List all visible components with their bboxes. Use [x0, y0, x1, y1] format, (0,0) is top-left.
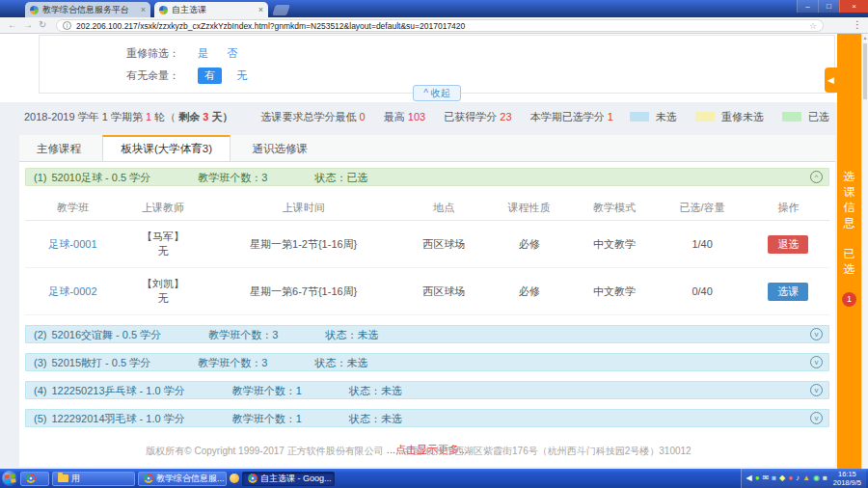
start-button[interactable]	[1, 470, 18, 487]
col-place: 地点	[401, 196, 486, 221]
class-name-link[interactable]: 足球-0002	[48, 285, 96, 297]
window-restore-button[interactable]: □	[818, 0, 839, 13]
select-course-button[interactable]: 选课	[768, 283, 808, 301]
filter-option-yes[interactable]: 是	[198, 47, 208, 59]
back-icon[interactable]: ←	[8, 19, 17, 30]
class-count-value: 3	[261, 357, 267, 368]
col-class: 教学班	[25, 196, 121, 221]
class-name-link[interactable]: 足球-0001	[48, 238, 96, 250]
course-group-badminton[interactable]: (5)122292014羽毛球 - 1.0 学分 教学班个数：1 状态：未选 v	[25, 409, 829, 427]
class-count-value: 1	[296, 385, 302, 396]
chevron-down-icon[interactable]: v	[810, 412, 823, 424]
capacity-value: 0/40	[657, 268, 747, 315]
status-value: 未选	[357, 329, 378, 340]
favicon-icon	[159, 6, 168, 14]
tray-icon[interactable]: ■	[823, 474, 827, 483]
browser-toolbar: ← → ↻ i 202.206.100.217/xsxk/zzxkyzb_cxZ…	[0, 17, 868, 34]
course-group-dance[interactable]: (2)52016交谊舞 - 0.5 学分 教学班个数：3 状态：未选 v	[25, 325, 829, 343]
expand-panel-arrow-icon[interactable]: ◀	[825, 68, 837, 93]
status-value: 未选	[381, 385, 402, 396]
quick-launch-browser-button[interactable]	[20, 472, 49, 486]
filter-row-retake: 重修筛选： 是 否	[126, 46, 237, 61]
selected-courses-link[interactable]: 已选	[843, 246, 855, 277]
page-info-icon[interactable]: i	[63, 21, 71, 30]
tray-icon[interactable]: ■	[772, 474, 776, 483]
course-list: (1)52010足球 - 0.5 学分 教学班个数：3 状态：已选 ^ 教学班 …	[19, 162, 835, 467]
col-time: 上课时间	[205, 196, 401, 221]
chevron-up-icon[interactable]: ^	[810, 171, 823, 183]
tray-icon[interactable]: ▲	[802, 474, 810, 483]
filter-label: 重修筛选：	[126, 47, 179, 59]
tray-icon[interactable]: ♪	[796, 474, 800, 483]
filter-option-no-capacity[interactable]: 无	[236, 69, 247, 81]
credit-min-value: 0	[360, 111, 366, 122]
browser-tab-portal[interactable]: 教学综合信息服务平台 ×	[25, 2, 150, 17]
address-bar[interactable]: i 202.206.100.217/xsxk/zzxkyzb_cxZzxkYzb…	[56, 19, 824, 32]
tray-icon[interactable]: ●	[755, 474, 760, 483]
legend-item: 重修未选	[695, 111, 767, 122]
tab-general-electives[interactable]: 通识选修课	[234, 136, 325, 162]
course-nature: 必修	[486, 221, 571, 268]
tab-major-courses[interactable]: 主修课程	[19, 136, 98, 162]
credit-min-label: 选课要求总学分最低	[261, 111, 357, 122]
tab-block-courses-pe[interactable]: 板块课(大学体育3)	[102, 135, 231, 161]
taskbar-course-selection-button[interactable]: 自主选课 - Goog...	[242, 472, 335, 486]
window-controls: – □ ×	[797, 0, 868, 13]
legend-swatch-unselected	[630, 112, 649, 122]
class-count-value: 1	[296, 413, 302, 424]
remaining-suffix: 天）	[211, 111, 232, 122]
filter-option-no[interactable]: 否	[227, 47, 237, 59]
taskbar-portal-button[interactable]: 教学综合信息服...	[138, 472, 227, 486]
filter-option-has-capacity[interactable]: 有	[198, 68, 222, 84]
remaining-days: 3	[203, 111, 208, 122]
copyright-footer: 版权所有© Copyright 1999-2017 正方软件股份有限公司 中国·…	[0, 445, 837, 458]
course-group-football[interactable]: (1)52010足球 - 0.5 学分 教学班个数：3 状态：已选 ^	[25, 168, 829, 186]
browser-titlebar: 教学综合信息服务平台 × 自主选课 × – □ ×	[0, 0, 868, 17]
refresh-icon[interactable]: ↻	[39, 19, 46, 30]
teacher-name: 【刘凯】	[142, 278, 184, 289]
scrollbar-up-arrow-icon[interactable]: ▲	[862, 34, 868, 41]
col-capacity: 已选/容量	[657, 196, 747, 221]
bookmark-star-icon[interactable]: ☆	[809, 21, 817, 31]
collapse-filters-button[interactable]: ^ 收起	[413, 85, 461, 101]
tab-close-icon[interactable]: ×	[137, 5, 146, 14]
window-minimize-button[interactable]: –	[797, 0, 818, 13]
taskbar-app-icon[interactable]	[230, 474, 239, 483]
folder-icon	[58, 474, 68, 482]
scrollbar-thumb[interactable]	[863, 43, 867, 99]
chevron-down-icon[interactable]: v	[810, 356, 823, 368]
tray-icon[interactable]: ✉	[763, 474, 770, 483]
tray-collapse-icon[interactable]: ◀	[746, 474, 752, 483]
credit-selected-value: 1	[608, 111, 613, 122]
new-tab-button[interactable]	[272, 5, 290, 15]
group-index: (2)	[34, 329, 46, 340]
semester-text: 轮（	[154, 111, 176, 122]
credit-selected-label: 本学期已选学分	[530, 111, 605, 122]
tab-close-icon[interactable]: ×	[255, 5, 263, 14]
favicon-icon	[30, 6, 39, 14]
window-close-button[interactable]: ×	[839, 0, 868, 13]
table-row: 足球-0002 【刘凯】无 星期一第6-7节{1-16周} 西区球场 必修 中文…	[25, 268, 829, 315]
chevron-down-icon[interactable]: v	[810, 328, 823, 340]
chevron-down-icon[interactable]: v	[810, 384, 823, 396]
forward-icon[interactable]: →	[23, 19, 33, 30]
course-group-sanda[interactable]: (3)52015散打 - 0.5 学分 教学班个数：3 状态：未选 v	[25, 353, 829, 371]
class-place: 西区球场	[401, 268, 486, 315]
status-label: 状态：	[325, 329, 357, 340]
col-mode: 教学模式	[572, 196, 657, 221]
taskbar-folder-button[interactable]: 用	[52, 472, 135, 486]
course-group-pingpong[interactable]: (4)122250213乒乓球 - 1.0 学分 教学班个数：1 状态：未选 v	[25, 381, 829, 399]
remaining-label: 剩余	[178, 111, 200, 122]
tray-icon[interactable]: ●	[788, 474, 793, 483]
browser-tab-course-selection[interactable]: 自主选课 ×	[154, 2, 268, 17]
class-time: 星期一第1-2节{1-16周}	[205, 221, 401, 268]
drop-course-button[interactable]: 退选	[768, 235, 808, 254]
page-scrollbar[interactable]: ▲	[861, 34, 868, 469]
col-nature: 课程性质	[486, 196, 571, 221]
class-count-label: 教学班个数：	[208, 329, 272, 340]
browser-menu-icon[interactable]: ⋮	[853, 19, 862, 30]
taskbar-clock[interactable]: 16:15 2018/9/5	[833, 470, 861, 488]
tray-icon[interactable]: ◆	[779, 474, 785, 483]
tray-icon[interactable]: ◉	[813, 474, 820, 483]
url-text[interactable]: 202.206.100.217/xsxk/zzxkyzb_cxZzxkYzbIn…	[76, 21, 805, 31]
